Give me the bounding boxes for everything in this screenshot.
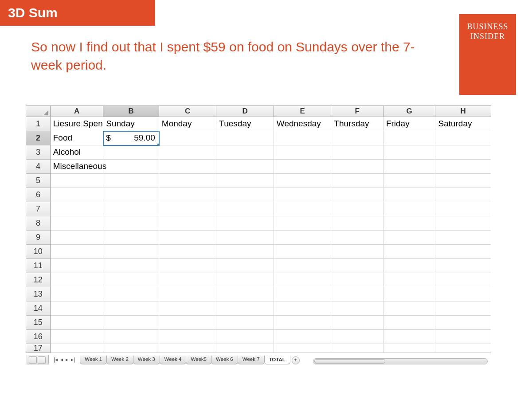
prev-sheet-icon[interactable]: ◂ xyxy=(60,356,63,363)
cell[interactable] xyxy=(103,202,159,216)
cell[interactable] xyxy=(274,202,332,216)
horizontal-scrollbar[interactable] xyxy=(313,358,488,364)
row-header-17[interactable]: 17 xyxy=(26,344,51,353)
cell[interactable] xyxy=(216,273,274,287)
cell-B4[interactable] xyxy=(103,160,159,174)
cell[interactable] xyxy=(435,316,491,330)
cell[interactable] xyxy=(51,273,104,287)
cell[interactable] xyxy=(435,259,491,273)
row-header-16[interactable]: 16 xyxy=(26,330,51,344)
cell[interactable] xyxy=(103,188,159,202)
cell[interactable] xyxy=(435,231,491,245)
cell[interactable] xyxy=(331,287,383,301)
col-header-B[interactable]: B xyxy=(103,106,159,117)
cell[interactable] xyxy=(216,287,274,301)
cell[interactable] xyxy=(383,316,436,330)
cell-E4[interactable] xyxy=(274,160,332,174)
cell[interactable] xyxy=(103,301,159,316)
cell[interactable] xyxy=(103,231,159,245)
cell[interactable] xyxy=(103,273,159,287)
cell-B1[interactable]: Sunday xyxy=(103,117,159,131)
cell[interactable] xyxy=(159,301,217,316)
cell[interactable] xyxy=(383,188,436,202)
cell[interactable] xyxy=(216,245,274,259)
cell[interactable] xyxy=(216,344,274,353)
cell[interactable] xyxy=(435,174,491,188)
cell[interactable] xyxy=(159,202,217,216)
row-header-13[interactable]: 13 xyxy=(26,287,51,301)
row-header-9[interactable]: 9 xyxy=(26,231,51,245)
row-header-3[interactable]: 3 xyxy=(26,145,51,160)
cell[interactable] xyxy=(435,216,491,231)
cell[interactable] xyxy=(51,316,104,330)
scrollbar-thumb[interactable] xyxy=(314,359,385,364)
first-sheet-icon[interactable]: |◂ xyxy=(53,356,58,363)
cell[interactable] xyxy=(435,245,491,259)
cell-H1[interactable]: Saturday xyxy=(435,117,491,131)
row-header-7[interactable]: 7 xyxy=(26,202,51,216)
cell[interactable] xyxy=(159,273,217,287)
cell[interactable] xyxy=(216,202,274,216)
cell-H3[interactable] xyxy=(435,145,491,160)
cell-D1[interactable]: Tuesday xyxy=(216,117,274,131)
cell[interactable] xyxy=(274,344,332,353)
cell[interactable] xyxy=(103,344,159,353)
row-header-14[interactable]: 14 xyxy=(26,301,51,316)
cell[interactable] xyxy=(51,259,104,273)
col-header-E[interactable]: E xyxy=(274,106,332,117)
cell[interactable] xyxy=(274,316,332,330)
cell[interactable] xyxy=(435,287,491,301)
cell[interactable] xyxy=(383,174,436,188)
cell[interactable] xyxy=(216,330,274,344)
col-header-G[interactable]: G xyxy=(383,106,436,117)
cell[interactable] xyxy=(383,330,436,344)
cell-C4[interactable] xyxy=(159,160,217,174)
cell[interactable] xyxy=(159,245,217,259)
cell[interactable] xyxy=(216,259,274,273)
cell[interactable] xyxy=(103,216,159,231)
cell[interactable] xyxy=(216,188,274,202)
sheet-tab-week2[interactable]: Week 2 xyxy=(106,356,133,364)
cell[interactable] xyxy=(51,344,104,353)
cell[interactable] xyxy=(51,245,104,259)
cell[interactable] xyxy=(103,259,159,273)
cell-H2[interactable] xyxy=(435,131,491,145)
cell[interactable] xyxy=(274,330,332,344)
cell[interactable] xyxy=(383,301,436,316)
cell[interactable] xyxy=(331,344,383,353)
cell-G1[interactable]: Friday xyxy=(383,117,436,131)
cell[interactable] xyxy=(435,188,491,202)
cell[interactable] xyxy=(216,316,274,330)
cell[interactable] xyxy=(331,301,383,316)
cell[interactable] xyxy=(103,245,159,259)
row-header-4[interactable]: 4 xyxy=(26,160,51,174)
row-header-2[interactable]: 2 xyxy=(26,131,51,145)
cell[interactable] xyxy=(274,273,332,287)
last-sheet-icon[interactable]: ▸| xyxy=(70,356,75,363)
cell[interactable] xyxy=(274,287,332,301)
cell[interactable] xyxy=(51,330,104,344)
cell[interactable] xyxy=(383,344,436,353)
cell[interactable] xyxy=(274,188,332,202)
cell[interactable] xyxy=(383,245,436,259)
cell-E1[interactable]: Wednesday xyxy=(274,117,332,131)
cell-A4[interactable]: Miscellaneous xyxy=(51,160,104,174)
cell[interactable] xyxy=(383,202,436,216)
cell[interactable] xyxy=(435,202,491,216)
cell[interactable] xyxy=(331,259,383,273)
cell-A2[interactable]: Food xyxy=(51,131,104,145)
select-all-corner[interactable] xyxy=(26,106,51,117)
cell-E3[interactable] xyxy=(274,145,332,160)
cell-B2[interactable]: $ 59.00 xyxy=(103,131,159,145)
cell[interactable] xyxy=(216,216,274,231)
normal-view-icon[interactable] xyxy=(29,356,37,364)
cell[interactable] xyxy=(435,273,491,287)
col-header-F[interactable]: F xyxy=(331,106,383,117)
cell-G3[interactable] xyxy=(383,145,436,160)
cell[interactable] xyxy=(274,216,332,231)
sheet-tab-week5[interactable]: Week5 xyxy=(186,356,211,364)
cell[interactable] xyxy=(331,316,383,330)
cell[interactable] xyxy=(274,231,332,245)
next-sheet-icon[interactable]: ▸ xyxy=(65,356,69,363)
cell-D4[interactable] xyxy=(216,160,274,174)
